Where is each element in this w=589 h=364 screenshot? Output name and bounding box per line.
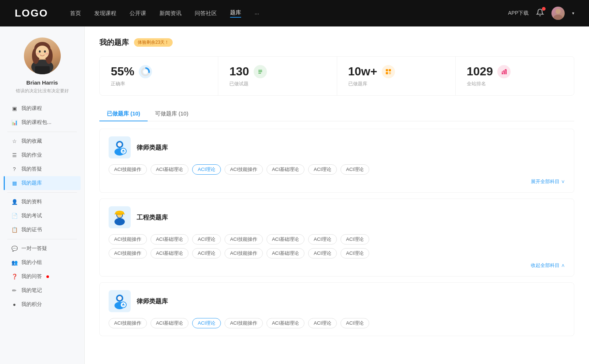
stat-icon-list	[254, 65, 267, 78]
qb-section-lawyer-1: 律师类题库 ACI技能操作 ACI基础理论 ACI理论 ACI技能操作 ACI基…	[99, 129, 574, 193]
qb-tags-engineer-row2: ACI技能操作 ACI基础理论 ACI理论 ACI技能操作 ACI基础理论 AC…	[109, 248, 565, 258]
qb-tag-5[interactable]: ACI理论	[308, 164, 337, 175]
qb-expand-lawyer-1[interactable]: 展开全部科目 ∨	[109, 178, 565, 185]
qb-expand-engineer[interactable]: 收起全部科目 ∧	[109, 262, 565, 269]
one-on-one-icon: 💬	[11, 245, 18, 252]
nav-news[interactable]: 新闻资讯	[159, 10, 181, 17]
qb-etag-r2-4[interactable]: ACI基础理论	[267, 248, 305, 258]
qb-title-engineer: 工程类题库	[137, 213, 168, 222]
qb-etag-5[interactable]: ACI理论	[308, 234, 337, 245]
qb-tag-6[interactable]: ACI理论	[341, 164, 369, 175]
qb-ltag2-5[interactable]: ACI理论	[308, 318, 337, 328]
qb-icon-lawyer-1	[109, 136, 131, 158]
stat-top-correct: 55%	[111, 65, 207, 78]
qb-ltag2-2[interactable]: ACI理论	[192, 318, 221, 328]
sidebar-item-group[interactable]: 👥 我的小组	[4, 256, 81, 270]
qb-section-lawyer-2: 律师类题库 ACI技能操作 ACI基础理论 ACI理论 ACI技能操作 ACI基…	[99, 282, 574, 336]
svg-rect-21	[386, 69, 388, 71]
qb-etag-1[interactable]: ACI基础理论	[151, 234, 189, 245]
svg-point-15	[143, 69, 148, 74]
course-pack-icon: 📊	[11, 119, 18, 126]
app-download-button[interactable]: APP下载	[508, 10, 529, 17]
stat-correct-rate: 55% 正确率	[100, 57, 218, 95]
avatar-image	[551, 7, 565, 20]
qb-ltag2-4[interactable]: ACI基础理论	[267, 318, 305, 328]
stat-label-done: 已做试题	[229, 81, 325, 87]
stat-top-banks: 10w+	[348, 65, 444, 78]
qb-etag-6[interactable]: ACI理论	[341, 234, 369, 245]
nav-question-bank[interactable]: 题库	[230, 9, 241, 18]
qb-ltag2-3[interactable]: ACI技能操作	[225, 318, 263, 328]
sidebar-item-my-questions[interactable]: ? 我的答疑	[4, 162, 81, 176]
qb-etag-r2-5[interactable]: ACI理论	[308, 248, 337, 258]
nav-more[interactable]: ···	[254, 10, 259, 17]
svg-rect-27	[504, 71, 505, 74]
sidebar-item-certificate[interactable]: 📋 我的证书	[4, 223, 81, 237]
qb-tag-3[interactable]: ACI技能操作	[225, 164, 263, 175]
nav-discover[interactable]: 发现课程	[94, 10, 116, 17]
svg-rect-28	[505, 69, 507, 74]
qb-header-lawyer-2: 律师类题库	[109, 290, 565, 312]
qb-tags-lawyer-1: ACI技能操作 ACI基础理论 ACI理论 ACI技能操作 ACI基础理论 AC…	[109, 164, 565, 175]
qb-ltag2-1[interactable]: ACI基础理论	[151, 318, 189, 328]
stat-top-rank: 1029	[467, 65, 563, 78]
qb-ltag2-6[interactable]: ACI理论	[341, 318, 369, 328]
qb-etag-3[interactable]: ACI技能操作	[225, 234, 263, 245]
avatar-dropdown-arrow[interactable]: ▾	[572, 11, 574, 16]
page-layout: Brian Harris 错误的决定比没有决定要好 ▣ 我的课程 📊 我的课程包…	[0, 26, 589, 364]
svg-rect-26	[502, 72, 503, 74]
svg-point-0	[556, 9, 561, 14]
question-bank-icon: ▦	[11, 180, 18, 186]
tabs-row: 已做题库 (10) 可做题库 (10)	[99, 107, 574, 121]
svg-point-43	[117, 296, 122, 300]
sidebar-item-qa[interactable]: ❓ 我的问答	[4, 270, 81, 283]
nav-qa[interactable]: 问答社区	[195, 10, 217, 17]
stat-label-rank: 全站排名	[467, 81, 563, 87]
qb-tag-2[interactable]: ACI理论	[192, 164, 221, 175]
svg-rect-12	[35, 66, 50, 74]
qb-etag-r2-6[interactable]: ACI理论	[341, 248, 369, 258]
qb-icon-lawyer-2	[109, 290, 131, 312]
user-avatar[interactable]	[551, 7, 565, 20]
page-title: 我的题库	[99, 38, 129, 47]
certificate-icon: 📋	[11, 226, 18, 233]
nav-home[interactable]: 首页	[70, 10, 81, 17]
sidebar-item-one-on-one[interactable]: 💬 一对一答疑	[4, 242, 81, 256]
sidebar-item-notes[interactable]: ✏ 我的笔记	[4, 283, 81, 297]
qb-etag-r2-1[interactable]: ACI基础理论	[151, 248, 189, 258]
qa-icon: ❓	[11, 273, 18, 280]
nav-open-course[interactable]: 公开课	[130, 10, 146, 17]
stats-row: 55% 正确率 130	[99, 56, 574, 96]
qb-tag-4[interactable]: ACI基础理论	[267, 164, 305, 175]
tab-done-banks[interactable]: 已做题库 (10)	[99, 107, 148, 121]
qb-etag-0[interactable]: ACI技能操作	[109, 234, 147, 245]
stat-value-done: 130	[229, 65, 249, 78]
qb-tag-0[interactable]: ACI技能操作	[109, 164, 147, 175]
sidebar-item-question-bank[interactable]: ▦ 我的题库	[4, 176, 81, 190]
sidebar-item-favorites[interactable]: ☆ 我的收藏	[4, 134, 81, 148]
sidebar-item-profile[interactable]: 👤 我的资料	[4, 195, 81, 209]
stat-label-banks: 已做题库	[348, 81, 444, 87]
qb-etag-r2-3[interactable]: ACI技能操作	[225, 248, 263, 258]
qb-etag-2[interactable]: ACI理论	[192, 234, 221, 245]
svg-point-39	[114, 218, 125, 225]
qb-etag-r2-0[interactable]: ACI技能操作	[109, 248, 147, 258]
logo[interactable]: LOGO	[15, 7, 48, 19]
qb-etag-r2-2[interactable]: ACI理论	[192, 248, 221, 258]
notification-bell[interactable]	[536, 8, 544, 18]
sidebar-item-course-pack[interactable]: 📊 我的课程包...	[4, 115, 81, 129]
qa-red-dot	[46, 275, 49, 278]
sidebar-divider-1	[7, 132, 77, 132]
sidebar-item-exams[interactable]: 📄 我的考试	[4, 209, 81, 223]
tab-available-banks[interactable]: 可做题库 (10)	[148, 107, 196, 121]
sidebar-item-points[interactable]: ● 我的积分	[4, 297, 81, 311]
sidebar-divider-3	[7, 239, 77, 239]
stat-top-done: 130	[229, 65, 325, 78]
sidebar-item-courses[interactable]: ▣ 我的课程	[4, 101, 81, 115]
qb-etag-4[interactable]: ACI基础理论	[267, 234, 305, 245]
qb-ltag2-0[interactable]: ACI技能操作	[109, 318, 147, 328]
exams-icon: 📄	[11, 213, 18, 219]
qb-tag-1[interactable]: ACI基础理论	[151, 164, 189, 175]
sidebar-item-homework[interactable]: ☰ 我的作业	[4, 148, 81, 162]
svg-point-1	[554, 15, 562, 20]
